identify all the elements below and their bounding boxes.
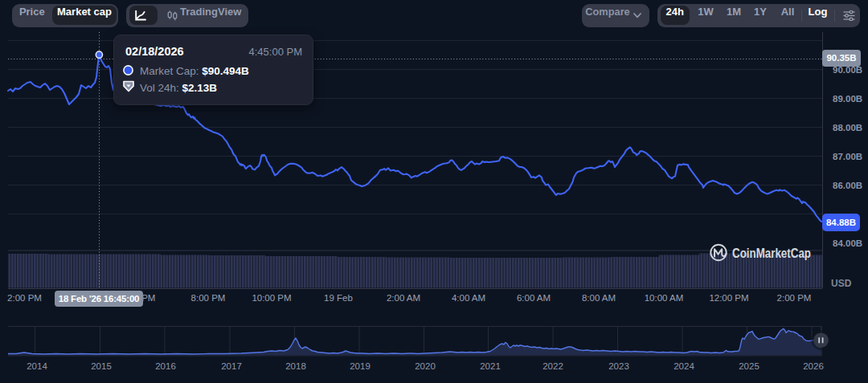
svg-text:CoinMarketCap: CoinMarketCap (732, 247, 811, 260)
